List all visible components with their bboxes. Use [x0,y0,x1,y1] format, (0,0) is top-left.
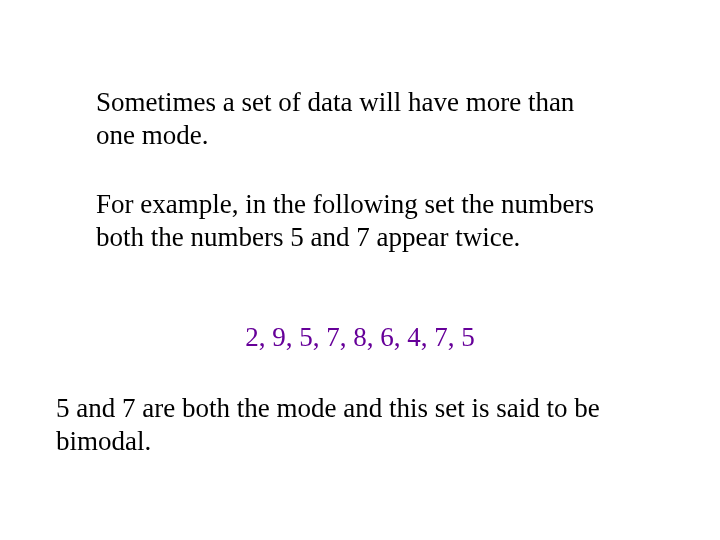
paragraph-intro: Sometimes a set of data will have more t… [96,86,616,152]
data-set: 2, 9, 5, 7, 8, 6, 4, 7, 5 [0,322,720,353]
paragraph-example: For example, in the following set the nu… [96,188,616,254]
slide: Sometimes a set of data will have more t… [0,0,720,540]
paragraph-conclusion: 5 and 7 are both the mode and this set i… [56,392,666,458]
